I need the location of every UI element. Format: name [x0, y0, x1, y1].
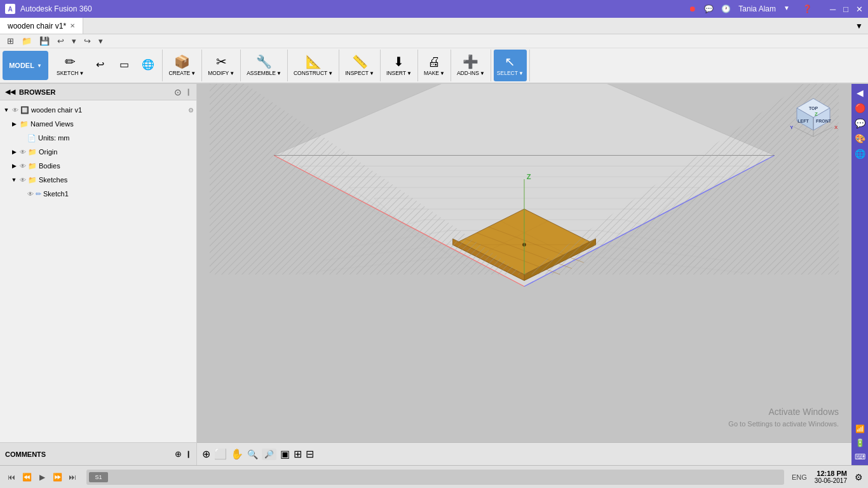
modify-button[interactable]: ✂ MODIFY ▼: [205, 50, 238, 81]
sketch1-eye-icon[interactable]: 👁: [27, 191, 34, 198]
environment-icon[interactable]: ⊟: [306, 448, 314, 460]
user-dropdown-icon[interactable]: ▼: [783, 4, 790, 14]
timeline-end-button[interactable]: ⏭: [66, 471, 79, 484]
timeline-play-button[interactable]: ▶: [36, 471, 48, 484]
browser-back-icon[interactable]: ◀◀: [5, 88, 15, 96]
undo2-icon: ↩: [96, 59, 104, 71]
model-caret-icon: ▼: [37, 63, 42, 69]
timeline-track[interactable]: S1: [86, 470, 784, 485]
construct-label: CONSTRUCT ▼: [294, 70, 333, 76]
sketch-button[interactable]: ✏ SKETCH ▼: [53, 50, 87, 81]
app-window: A Autodesk Fusion 360 ⏺ 💬 🕐 Tania Alam ▼…: [0, 0, 868, 488]
viewport[interactable]: Z TOP FRONT LEFT: [197, 84, 851, 465]
date-label: 30-06-2017: [815, 477, 847, 484]
sketches-eye-icon[interactable]: 👁: [20, 177, 26, 184]
bodies-eye-icon[interactable]: 👁: [20, 163, 26, 170]
origin-eye-icon[interactable]: 👁: [20, 149, 26, 156]
record-icon[interactable]: ⏺: [689, 4, 696, 14]
root-gear-icon[interactable]: ⚙: [188, 107, 194, 114]
redo-dropdown-icon[interactable]: ▾: [97, 36, 105, 46]
sidebar-green-icon[interactable]: 🌐: [855, 149, 865, 159]
timeline-sketch1-item[interactable]: S1: [89, 472, 108, 482]
sidebar-keyboard-icon[interactable]: ⌨: [855, 452, 865, 461]
model-section-button[interactable]: MODEL ▼: [3, 51, 48, 80]
maximize-button[interactable]: □: [843, 4, 848, 14]
construct-button[interactable]: 📐 CONSTRUCT ▼: [290, 50, 336, 81]
settings-icon[interactable]: ⚙: [855, 472, 863, 482]
display-icon[interactable]: ⬜: [214, 448, 227, 460]
sidebar-chat-icon[interactable]: 💬: [855, 118, 865, 128]
select-button[interactable]: ↖ SELECT ▼: [494, 50, 527, 81]
zoom-in-icon[interactable]: 🔍: [247, 449, 258, 459]
undo-icon[interactable]: ↩: [55, 36, 66, 46]
close-button[interactable]: ✕: [856, 4, 863, 14]
grid-icon[interactable]: ⊞: [5, 36, 16, 46]
display-mode-icon[interactable]: ▣: [280, 448, 290, 460]
sidebar-signal-icon[interactable]: 📶: [855, 424, 865, 433]
clock-icon[interactable]: 🕐: [721, 4, 731, 14]
make-group: 🖨 MAKE ▼: [418, 50, 451, 81]
user-label[interactable]: Tania Alam: [738, 4, 776, 14]
tree-item-bodies[interactable]: ▶ 👁 📁 Bodies: [0, 159, 196, 173]
tree-item-sketch1[interactable]: 👁 ✏ Sketch1: [0, 187, 196, 201]
sidebar-toggle-icon[interactable]: ◀: [857, 88, 864, 98]
tab-close-icon[interactable]: ✕: [70, 22, 75, 29]
document-tab[interactable]: wooden chair v1* ✕: [0, 18, 83, 34]
construct-group: 📐 CONSTRUCT ▼: [288, 50, 339, 81]
comments-add-icon[interactable]: ⊕: [175, 449, 182, 459]
undo-dropdown-icon[interactable]: ▾: [70, 36, 78, 46]
make-button[interactable]: 🖨 MAKE ▼: [421, 50, 448, 81]
comments-collapse-icon[interactable]: ❙: [186, 450, 191, 458]
sketches-folder-icon: 📁: [28, 176, 37, 184]
pan-icon[interactable]: ✋: [231, 448, 243, 460]
inspect-button[interactable]: 📏 INSPECT ▼: [342, 50, 377, 81]
svg-text:TOP: TOP: [809, 106, 818, 111]
sketch-icon: ✏: [65, 55, 76, 69]
globe-btn[interactable]: 🌐: [137, 50, 159, 81]
snap-icon[interactable]: ⊕: [202, 448, 210, 460]
addins-button[interactable]: ➕ ADD-INS ▼: [454, 50, 488, 81]
tree-item-root[interactable]: ▼ 👁 🔲 wooden chair v1 ⚙: [0, 103, 196, 117]
assemble-button[interactable]: 🔧 ASSEMBLE ▼: [243, 50, 285, 81]
root-eye-icon[interactable]: 👁: [12, 107, 18, 114]
rect-icon: ▭: [119, 59, 129, 71]
sidebar-record-icon[interactable]: 🔴: [855, 103, 865, 113]
sidebar-battery-icon[interactable]: 🔋: [855, 438, 865, 447]
origin-label: Origin: [39, 148, 194, 156]
addins-icon: ➕: [463, 55, 478, 69]
browser-collapse-icon[interactable]: ❙: [186, 88, 191, 96]
assemble-label: ASSEMBLE ▼: [247, 70, 281, 76]
rect-btn[interactable]: ▭: [112, 50, 135, 81]
insert-button[interactable]: ⬇ INSERT ▼: [383, 50, 415, 81]
view-cube[interactable]: TOP FRONT LEFT X Y Z: [785, 89, 842, 146]
tab-expand-button[interactable]: ▼: [850, 22, 868, 30]
tree-item-units[interactable]: 📄 Units: mm: [0, 131, 196, 145]
timeline-start-button[interactable]: ⏮: [5, 471, 18, 484]
grid-toggle-icon[interactable]: ⊞: [294, 448, 302, 460]
redo-icon[interactable]: ↪: [82, 36, 93, 46]
tree-item-named-views[interactable]: ▶ 📁 Named Views: [0, 117, 196, 131]
create-button[interactable]: 📦 CREATE ▼: [165, 50, 199, 81]
units-label: Units: mm: [38, 134, 194, 142]
svg-text:Y: Y: [790, 125, 794, 130]
sidebar-brand-icon[interactable]: 🎨: [855, 133, 865, 144]
title-bar: A Autodesk Fusion 360 ⏺ 💬 🕐 Tania Alam ▼…: [0, 0, 868, 18]
message-icon[interactable]: 💬: [704, 4, 714, 14]
create-label: CREATE ▼: [168, 70, 196, 76]
browser-settings-icon[interactable]: ⊙: [174, 87, 182, 97]
title-bar-left: A Autodesk Fusion 360: [5, 4, 92, 14]
undo-btn[interactable]: ↩: [88, 50, 111, 81]
help-icon[interactable]: ❓: [803, 4, 812, 14]
minimize-button[interactable]: ─: [830, 4, 836, 14]
title-bar-controls: ⏺ 💬 🕐 Tania Alam ▼ ❓ ─ □ ✕: [689, 4, 863, 14]
insert-label: INSERT ▼: [386, 70, 412, 76]
tree-item-origin[interactable]: ▶ 👁 📁 Origin: [0, 145, 196, 159]
timeline-next-button[interactable]: ⏩: [51, 471, 64, 484]
save-icon[interactable]: 💾: [37, 36, 51, 46]
open-icon[interactable]: 📁: [20, 36, 34, 46]
timeline-prev-button[interactable]: ⏪: [20, 471, 33, 484]
select-icon: ↖: [505, 55, 515, 69]
zoom-tool-icon[interactable]: 🔎: [262, 449, 276, 460]
tree-item-sketches[interactable]: ▼ 👁 📁 Sketches: [0, 173, 196, 187]
browser-header: ◀◀ BROWSER ⊙ ❙: [0, 84, 196, 100]
